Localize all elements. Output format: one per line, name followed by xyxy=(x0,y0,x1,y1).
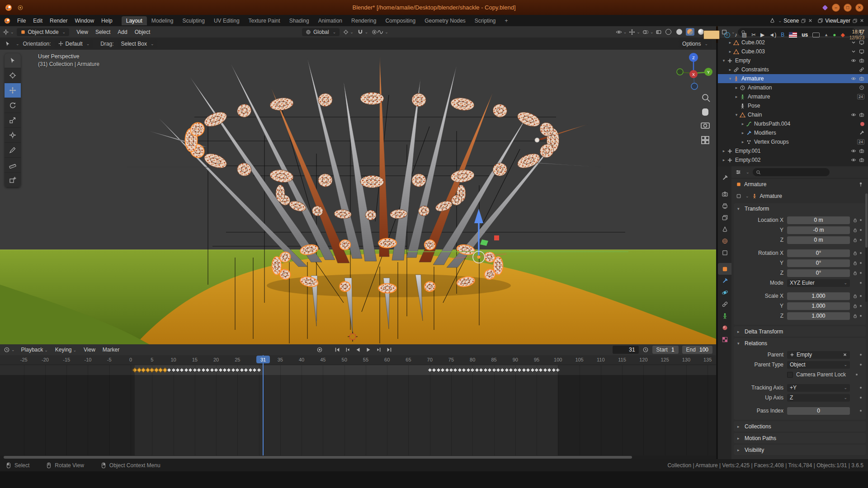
keyboard-icon[interactable] xyxy=(812,33,820,38)
section-header-motion-paths[interactable]: ▸Motion Paths xyxy=(734,433,866,443)
workspace-tab-compositing[interactable]: Compositing xyxy=(381,16,420,25)
outliner-row-vertex-groups[interactable]: ▸Vertex Groups24 xyxy=(718,137,868,146)
animate-dot[interactable] xyxy=(859,354,863,356)
lock-icon[interactable] xyxy=(851,238,859,243)
outliner-row-chain[interactable]: ▾Chain xyxy=(718,110,868,119)
timeline-menu-keying[interactable]: Keying⌄ xyxy=(52,346,80,354)
tool-measure-button[interactable] xyxy=(5,158,21,173)
add-workspace-button[interactable]: + xyxy=(500,16,513,25)
eye-icon[interactable] xyxy=(851,76,856,81)
outliner-row-empty[interactable]: ▾Empty xyxy=(718,56,868,65)
timeline-ruler[interactable]: -25-20-15-10-505101520253035404550556065… xyxy=(0,355,716,365)
action2-icon[interactable] xyxy=(859,85,864,90)
snap-toggle[interactable]: ⌄ xyxy=(357,29,368,35)
keyboard-layout[interactable]: us xyxy=(802,32,808,38)
link-icon[interactable] xyxy=(859,67,864,72)
gizmo-plane-handle-red[interactable] xyxy=(494,235,499,240)
use-preview-range-icon[interactable] xyxy=(642,347,649,353)
prop-number-field[interactable]: 1.000 xyxy=(787,312,850,320)
expander-icon[interactable]: ▸ xyxy=(721,158,727,162)
timeline-menu-playback[interactable]: Playback⌄ xyxy=(18,346,52,354)
expander-icon[interactable]: ▸ xyxy=(740,131,746,135)
lock-icon[interactable] xyxy=(851,228,859,233)
animate-dot[interactable] xyxy=(854,374,859,375)
pin-icon[interactable] xyxy=(858,182,863,187)
camera-icon[interactable] xyxy=(859,157,864,163)
tray-clipboard-icon[interactable]: ▤ xyxy=(742,32,747,38)
section-header-visibility[interactable]: ▸Visibility xyxy=(734,445,866,455)
outliner-row-nurbspath-004[interactable]: ▸NurbsPath.004 xyxy=(718,119,868,128)
outliner-row-empty-002[interactable]: ▸Empty.002 xyxy=(718,155,868,164)
viewport-canvas[interactable]: Z Y X User Perspective (31) Collection |… xyxy=(0,50,716,344)
current-frame-field[interactable]: 31 xyxy=(613,346,639,354)
workspace-tab-rendering[interactable]: Rendering xyxy=(347,16,381,25)
outliner-row-empty-001[interactable]: ▸Empty.001 xyxy=(718,146,868,155)
eye-icon[interactable] xyxy=(851,148,856,154)
tray-cut-icon[interactable]: ✂ xyxy=(751,32,756,38)
animate-dot[interactable] xyxy=(859,397,863,399)
expander-icon[interactable]: ▸ xyxy=(733,94,740,99)
outliner-row-pose[interactable]: Pose xyxy=(718,101,868,110)
lock-icon[interactable] xyxy=(851,251,859,256)
animate-dot[interactable] xyxy=(859,219,863,221)
properties-tab-render[interactable] xyxy=(718,188,731,200)
camera-icon[interactable] xyxy=(859,58,864,63)
prop-dropdown[interactable]: +Y⌄ xyxy=(787,384,850,392)
section-header-collections[interactable]: ▸Collections xyxy=(734,421,866,432)
workspace-tab-shading[interactable]: Shading xyxy=(285,16,314,25)
outliner-row-cube-003[interactable]: ▸Cube.003 xyxy=(718,47,868,56)
blender-menu-icon[interactable] xyxy=(4,17,11,24)
tray-info-icon[interactable]: i xyxy=(724,32,730,38)
tool-rotate-button[interactable] xyxy=(5,98,21,113)
section-header-transform[interactable]: ▾Transform xyxy=(734,203,866,214)
animate-dot[interactable] xyxy=(859,262,863,264)
minimize-button[interactable]: – xyxy=(832,4,840,12)
menu-render[interactable]: Render xyxy=(46,17,71,25)
expander-icon[interactable]: ▸ xyxy=(727,40,733,45)
properties-tab-texture[interactable] xyxy=(718,333,731,345)
frame-end-field[interactable]: End100 xyxy=(682,346,712,354)
menu-window[interactable]: Window xyxy=(71,17,98,25)
timeline-scrollbar[interactable] xyxy=(0,455,716,459)
checkbox[interactable] xyxy=(787,372,793,378)
prop-number-field[interactable]: 0° xyxy=(787,269,850,277)
workspace-tab-geometry-nodes[interactable]: Geometry Nodes xyxy=(420,16,470,25)
workspace-tab-texture-paint[interactable]: Texture Paint xyxy=(244,16,285,25)
tool-cursor-button[interactable] xyxy=(5,68,21,83)
workspace-tab-animation[interactable]: Animation xyxy=(314,16,347,25)
orientation-dropdown[interactable]: Default⌄ xyxy=(55,40,94,48)
viewport-3d-scene[interactable]: Z Y X xyxy=(0,50,716,344)
play-reverse-button[interactable] xyxy=(355,347,361,353)
prop-dropdown[interactable]: XYZ Euler⌄ xyxy=(787,279,850,287)
scene-selector[interactable]: Scene xyxy=(783,18,799,24)
properties-tab-material[interactable] xyxy=(718,322,731,333)
jump-to-end-button[interactable] xyxy=(386,347,392,353)
tray-music-icon[interactable]: ♪ xyxy=(735,32,737,38)
properties-tab-scene[interactable] xyxy=(718,223,731,235)
tray-notifications-icon[interactable]: ◆ xyxy=(840,32,844,38)
expander-icon[interactable]: ▸ xyxy=(733,85,740,90)
expander-icon[interactable]: ▸ xyxy=(727,49,733,54)
workspace-tab-modeling[interactable]: Modeling xyxy=(147,16,178,25)
clock[interactable]: 18:47 12/9/23 xyxy=(849,29,864,41)
overlays-dropdown[interactable]: ⌄ xyxy=(642,29,654,35)
tray-expand-icon[interactable]: ▲ xyxy=(824,33,828,37)
timeline-menu-view[interactable]: View xyxy=(80,346,99,354)
animate-dot[interactable] xyxy=(859,239,863,241)
tool-annotate-button[interactable] xyxy=(5,143,21,158)
animate-dot[interactable] xyxy=(859,315,863,317)
timeline-editor-icon[interactable] xyxy=(4,347,10,353)
workspace-tab-sculpting[interactable]: Sculpting xyxy=(178,16,209,25)
properties-tab-object[interactable] xyxy=(718,263,731,275)
outliner-row-constraints[interactable]: ▸Constraints xyxy=(718,65,868,74)
menu-file[interactable]: File xyxy=(14,17,29,25)
viewport-menu-view[interactable]: View xyxy=(73,28,92,36)
axis-z-neg-ball[interactable] xyxy=(691,83,698,89)
animate-dot[interactable] xyxy=(859,272,863,274)
lock-icon[interactable] xyxy=(851,218,859,223)
camera-icon[interactable] xyxy=(859,148,864,154)
gizmos-dropdown[interactable]: ⌄ xyxy=(629,29,640,35)
animate-dot[interactable] xyxy=(859,295,863,297)
play-button[interactable] xyxy=(365,347,372,353)
properties-tab-tool[interactable] xyxy=(718,172,731,183)
